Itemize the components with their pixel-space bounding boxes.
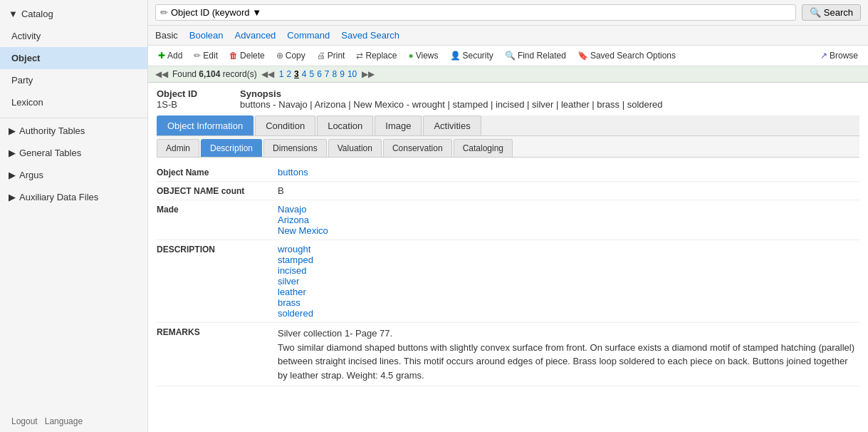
tab-command[interactable]: Command	[287, 29, 330, 42]
page-10[interactable]: 10	[347, 69, 357, 79]
sidebar-item-auxiliary-data-files[interactable]: ▶ Auxiliary Data Files	[0, 186, 147, 208]
sidebar-item-general-tables[interactable]: ▶ General Tables	[0, 142, 147, 164]
sidebar-item-authority-tables[interactable]: ▶ Authority Tables	[0, 120, 147, 142]
desc-silver[interactable]: silver	[278, 276, 859, 287]
found-text: Found 6,104 record(s)	[172, 69, 257, 79]
pagination: 1 2 3 4 5 6 7 8 9 10	[278, 69, 358, 79]
remarks-line1: Silver collection 1- Page 77.	[278, 326, 859, 341]
sidebar-item-party[interactable]: Party	[0, 69, 147, 91]
tab-image[interactable]: Image	[375, 115, 422, 135]
made-arizona[interactable]: Arizona	[278, 215, 859, 225]
page-3[interactable]: 3	[293, 69, 300, 79]
tab-location[interactable]: Location	[317, 115, 373, 135]
sidebar-general-label: General Tables	[19, 148, 81, 158]
tab-saved-search[interactable]: Saved Search	[341, 29, 399, 42]
sidebar-item-activity[interactable]: Activity	[0, 25, 147, 47]
add-button[interactable]: ✚ Add	[155, 49, 185, 62]
add-icon: ✚	[158, 51, 165, 61]
print-icon: 🖨	[317, 51, 325, 61]
sidebar-auxiliary-label: Auxiliary Data Files	[19, 192, 98, 202]
delete-button[interactable]: 🗑 Delete	[226, 49, 268, 62]
sidebar-item-catalog[interactable]: ▼ Catalog	[0, 3, 147, 25]
tab-condition[interactable]: Condition	[255, 115, 315, 135]
records-bar: ◀◀ Found 6,104 record(s) ◀◀ 1 2 3 4 5 6 …	[148, 66, 868, 83]
page-8[interactable]: 8	[332, 69, 338, 79]
page-4[interactable]: 4	[301, 69, 308, 79]
detail-row-remarks: REMARKS Silver collection 1- Page 77. Tw…	[157, 323, 859, 386]
security-button[interactable]: 👤 Security	[447, 49, 496, 62]
main-panel: ✏ 🔍 Search Basic Boolean Advanced Comman…	[148, 0, 868, 432]
views-button[interactable]: ● Views	[405, 49, 441, 62]
page-7[interactable]: 7	[324, 69, 330, 79]
search-button[interactable]: 🔍 Search	[802, 4, 861, 21]
made-navajo[interactable]: Navajo	[278, 204, 859, 215]
object-name-label: Object Name	[157, 167, 278, 178]
subtab-description[interactable]: Description	[201, 139, 262, 157]
search-input[interactable]	[171, 7, 791, 18]
logout-link[interactable]: Logout	[11, 416, 38, 426]
catalog-arrow-icon: ▼	[9, 9, 18, 19]
sidebar: ▼ Catalog Activity Object Party Lexicon …	[0, 0, 148, 432]
sidebar-item-lexicon[interactable]: Lexicon	[0, 91, 147, 113]
subtab-conservation[interactable]: Conservation	[383, 139, 452, 157]
object-name-link[interactable]: buttons	[278, 167, 859, 178]
sub-tabs: Admin Description Dimensions Valuation C…	[157, 136, 859, 158]
sidebar-item-object[interactable]: Object	[0, 47, 147, 69]
desc-leather[interactable]: leather	[278, 287, 859, 297]
desc-stamped[interactable]: stamped	[278, 254, 859, 265]
remarks-value: Silver collection 1- Page 77. Two simila…	[278, 326, 859, 382]
tab-activities[interactable]: Activities	[423, 115, 481, 135]
search-bar: ✏ 🔍 Search	[148, 0, 868, 26]
find-related-button[interactable]: 🔍 Find Related	[502, 49, 569, 62]
prev-arrow[interactable]: ◀◀	[155, 69, 168, 79]
tab-object-information[interactable]: Object Information	[157, 115, 253, 135]
object-id-label: Object ID	[157, 88, 197, 99]
copy-button[interactable]: ⊕ Copy	[273, 49, 308, 62]
authority-arrow-icon: ▶	[9, 125, 16, 136]
subtab-valuation[interactable]: Valuation	[328, 139, 382, 157]
replace-button[interactable]: ⇄ Replace	[353, 49, 399, 62]
page-2[interactable]: 2	[286, 69, 292, 79]
object-name-value: buttons	[278, 167, 859, 178]
replace-icon: ⇄	[356, 51, 363, 61]
saved-search-options-button[interactable]: 🔖 Saved Search Options	[575, 49, 679, 62]
detail-row-made: Made Navajo Arizona New Mexico	[157, 200, 859, 240]
made-label: Made	[157, 204, 278, 215]
sidebar-item-argus[interactable]: ▶ Argus	[0, 164, 147, 186]
saved-search-icon: 🔖	[577, 51, 588, 61]
desc-incised[interactable]: incised	[278, 265, 859, 276]
object-name-count-value: B	[278, 185, 859, 196]
page-9[interactable]: 9	[339, 69, 345, 79]
search-icon: 🔍	[810, 7, 821, 18]
desc-brass[interactable]: brass	[278, 297, 859, 308]
print-button[interactable]: 🖨 Print	[314, 49, 348, 62]
made-new-mexico[interactable]: New Mexico	[278, 225, 859, 236]
browse-icon: ↗	[820, 51, 827, 61]
subtab-dimensions[interactable]: Dimensions	[263, 139, 327, 157]
browse-button[interactable]: ↗ Browse	[817, 49, 861, 62]
search-input-wrap: ✏	[155, 4, 796, 21]
desc-wrought[interactable]: wrought	[278, 244, 859, 254]
page-6[interactable]: 6	[316, 69, 323, 79]
auxiliary-arrow-icon: ▶	[9, 192, 16, 202]
nav-right-icon[interactable]: ▶▶	[362, 69, 375, 79]
general-arrow-icon: ▶	[9, 148, 16, 158]
page-1[interactable]: 1	[278, 69, 285, 79]
subtab-admin[interactable]: Admin	[157, 139, 199, 157]
copy-icon: ⊕	[276, 51, 283, 61]
remarks-line2: Two similar diamond shaped buttons with …	[278, 341, 859, 383]
tab-basic[interactable]: Basic	[155, 29, 178, 42]
nav-left-icon[interactable]: ◀◀	[261, 69, 274, 79]
desc-soldered[interactable]: soldered	[278, 308, 859, 319]
main-tabs: Object Information Condition Location Im…	[157, 115, 859, 136]
tab-advanced[interactable]: Advanced	[235, 29, 276, 42]
tab-boolean[interactable]: Boolean	[189, 29, 224, 42]
toolbar: ✚ Add ✏ Edit 🗑 Delete ⊕ Copy 🖨 Print ⇄ R…	[148, 46, 868, 66]
edit-button[interactable]: ✏ Edit	[191, 49, 221, 62]
subtab-cataloging[interactable]: Cataloging	[454, 139, 513, 157]
synopsis-section: Synopsis buttons - Navajo | Arizona | Ne…	[240, 88, 663, 110]
page-5[interactable]: 5	[308, 69, 315, 79]
language-link[interactable]: Language	[45, 416, 83, 426]
delete-icon: 🗑	[229, 51, 238, 61]
object-name-count-label: OBJECT NAME count	[157, 185, 278, 196]
